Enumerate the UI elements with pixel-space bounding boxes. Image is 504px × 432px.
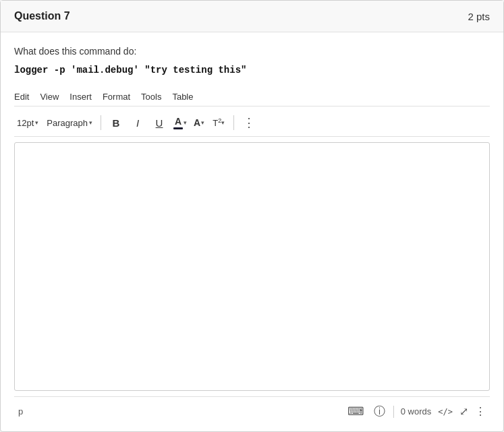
font-color-chevron: ▾ — [184, 119, 187, 126]
bold-button[interactable]: B — [107, 113, 125, 132]
font-size-chevron: ▾ — [35, 119, 38, 126]
paragraph-select[interactable]: Paragraph ▾ — [44, 117, 95, 129]
paragraph-value: Paragraph — [47, 118, 88, 128]
word-count: 0 words — [401, 406, 432, 416]
toolbar-divider-2 — [233, 115, 234, 130]
menu-view[interactable]: View — [40, 90, 59, 103]
menu-format[interactable]: Format — [103, 90, 130, 103]
paragraph-chevron: ▾ — [89, 119, 92, 126]
toolbar: 12pt ▾ Paragraph ▾ B I U A — [14, 109, 490, 137]
footer-right: ⌨ ⓘ 0 words </> ⤢ ⋮ — [346, 402, 486, 421]
points-label: 2 pts — [468, 11, 490, 22]
font-size-select[interactable]: 12pt ▾ — [14, 117, 41, 129]
editor-footer: p ⌨ ⓘ 0 words </> ⤢ ⋮ — [14, 396, 490, 425]
highlight-color-button[interactable]: A ▾ — [192, 116, 206, 129]
question-text: What does this command do: — [14, 46, 490, 57]
font-color-button[interactable]: A ▾ — [171, 115, 189, 131]
info-icon[interactable]: ⓘ — [372, 402, 387, 421]
question-card: Question 7 2 pts What does this command … — [0, 0, 504, 432]
card-body: What does this command do: logger -p 'ma… — [1, 32, 503, 431]
font-color-bar — [173, 127, 183, 129]
footer-more-button[interactable]: ⋮ — [475, 405, 486, 418]
toolbar-divider-1 — [101, 115, 101, 130]
menu-table[interactable]: Table — [172, 90, 193, 103]
code-block: logger -p 'mail.debug' "try testing this… — [14, 65, 490, 75]
menu-tools[interactable]: Tools — [141, 90, 161, 103]
expand-button[interactable]: ⤢ — [459, 405, 468, 418]
more-options-button[interactable]: ⋮ — [240, 113, 258, 132]
question-title: Question 7 — [14, 10, 70, 22]
keyboard-icon[interactable]: ⌨ — [346, 403, 366, 420]
underline-button[interactable]: U — [150, 113, 169, 132]
menu-edit[interactable]: Edit — [14, 90, 29, 103]
font-size-value: 12pt — [17, 118, 34, 128]
paragraph-indicator: p — [18, 406, 23, 416]
font-color-label: A — [175, 116, 181, 127]
code-view-button[interactable]: </> — [438, 407, 453, 416]
menu-bar: Edit View Insert Format Tools Table — [14, 88, 490, 106]
italic-button[interactable]: I — [128, 113, 147, 132]
footer-divider — [393, 406, 394, 418]
superscript-button[interactable]: T2 ▾ — [209, 113, 228, 132]
highlight-chevron: ▾ — [201, 119, 204, 126]
menu-insert[interactable]: Insert — [69, 90, 92, 103]
editor-textarea[interactable] — [14, 142, 490, 391]
card-header: Question 7 2 pts — [1, 1, 503, 32]
highlight-label: A — [194, 117, 200, 128]
